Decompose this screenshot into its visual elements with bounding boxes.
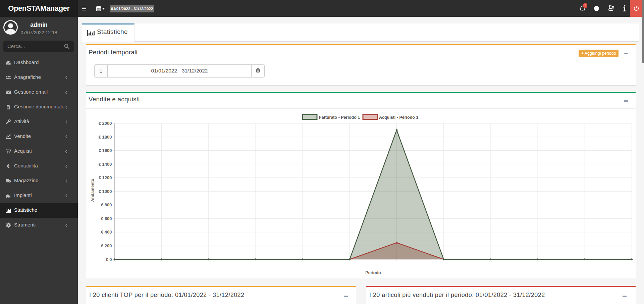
svg-text:€ 2000: € 2000	[99, 121, 112, 126]
svg-text:€ 800: € 800	[101, 202, 112, 207]
svg-text:Fatturato - Periodo 1: Fatturato - Periodo 1	[319, 115, 360, 120]
svg-text:€ 0: € 0	[106, 257, 112, 262]
svg-text:€ 600: € 600	[101, 216, 112, 221]
svg-text:€ 1400: € 1400	[99, 162, 112, 167]
svg-text:€ 1000: € 1000	[99, 189, 112, 194]
svg-text:€ 1800: € 1800	[99, 135, 112, 140]
svg-text:Acquisti - Periodo 1: Acquisti - Periodo 1	[379, 115, 418, 120]
svg-text:Andamento: Andamento	[90, 179, 95, 202]
svg-text:€: €	[7, 163, 10, 169]
svg-text:€ 1600: € 1600	[99, 148, 112, 153]
svg-text:€ 1200: € 1200	[99, 175, 112, 180]
svg-text:€ 400: € 400	[101, 230, 112, 235]
svg-text:Periodo: Periodo	[365, 270, 381, 275]
svg-text:€ 200: € 200	[101, 243, 112, 248]
